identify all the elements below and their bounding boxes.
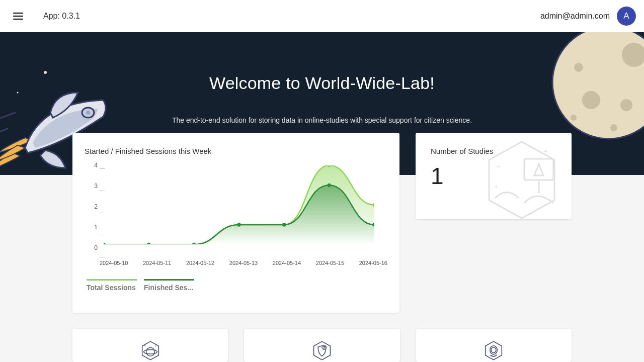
hamburger-icon xyxy=(13,13,23,20)
svg-point-23 xyxy=(192,243,196,245)
svg-text:+: + xyxy=(155,344,157,347)
shield-check-hex-icon xyxy=(305,341,339,361)
svg-text:+: + xyxy=(494,183,498,191)
legend-swatch xyxy=(144,279,194,281)
svg-point-22 xyxy=(147,243,150,245)
xtick-label: 2024-05-13 xyxy=(229,260,258,266)
legend-swatch xyxy=(87,279,137,281)
legend-total-sessions[interactable]: Total Sessions xyxy=(87,275,137,292)
svg-point-12 xyxy=(610,124,617,131)
chart-legend: Total Sessions Finished Ses... xyxy=(87,275,387,292)
studies-count-card[interactable]: Number of Studies 1 + + + xyxy=(416,133,572,219)
legend-label: Total Sessions xyxy=(87,284,136,292)
sessions-chart-card: Started / Finished Sessions this Week 4 … xyxy=(72,133,399,313)
content-row: Started / Finished Sessions this Week 4 … xyxy=(0,133,644,313)
svg-point-24 xyxy=(237,223,240,226)
hero-title: Welcome to World-Wide-Lab! xyxy=(0,32,644,93)
user-email-label[interactable]: admin@admin.com xyxy=(540,12,610,21)
svg-point-11 xyxy=(620,99,632,111)
avatar[interactable]: A xyxy=(617,7,636,26)
xtick-label: 2024-05-16 xyxy=(359,260,387,266)
svg-text:+: + xyxy=(543,147,547,155)
svg-point-4 xyxy=(86,111,90,115)
chart-xaxis-labels: 2024-05-10 2024-05-11 2024-05-12 2024-05… xyxy=(100,260,387,266)
rocket-badge-icon: + + + xyxy=(479,139,565,219)
svg-text:+: + xyxy=(497,162,501,170)
action-card-2[interactable] xyxy=(244,329,399,362)
svg-point-25 xyxy=(282,223,286,226)
action-card-3[interactable] xyxy=(416,329,572,362)
legend-label: Finished Ses... xyxy=(144,284,193,292)
planet-hex-icon: + + xyxy=(134,341,167,361)
astronaut-hex-icon xyxy=(477,341,510,361)
svg-point-34 xyxy=(143,350,157,354)
top-header: App: 0.3.1 admin@admin.com A xyxy=(0,0,644,32)
xtick-label: 2024-05-15 xyxy=(316,260,344,266)
app-version-label: App: 0.3.1 xyxy=(43,12,80,21)
svg-point-21 xyxy=(104,243,106,245)
legend-finished-sessions[interactable]: Finished Ses... xyxy=(144,275,194,292)
menu-button[interactable] xyxy=(8,6,28,26)
svg-point-26 xyxy=(328,184,331,187)
hero-subtitle: The end-to-end solution for storing data… xyxy=(0,116,644,124)
sessions-chart-svg xyxy=(104,165,374,244)
svg-text:+: + xyxy=(144,344,146,347)
sessions-chart-title: Started / Finished Sessions this Week xyxy=(85,147,387,155)
header-right: admin@admin.com A xyxy=(540,7,636,26)
bottom-cards-row: + + xyxy=(0,313,644,362)
action-card-1[interactable]: + + xyxy=(72,329,228,362)
svg-point-33 xyxy=(146,347,154,356)
sessions-chart-area: 4 3 2 1 0 xyxy=(86,168,374,257)
xtick-label: 2024-05-12 xyxy=(186,260,214,266)
svg-point-39 xyxy=(491,347,496,353)
xtick-label: 2024-05-10 xyxy=(100,260,128,266)
xtick-label: 2024-05-14 xyxy=(273,260,301,266)
xtick-label: 2024-05-11 xyxy=(143,260,171,266)
svg-point-10 xyxy=(582,91,600,109)
chart-yaxis-labels: 4 3 2 1 0 xyxy=(86,165,98,248)
